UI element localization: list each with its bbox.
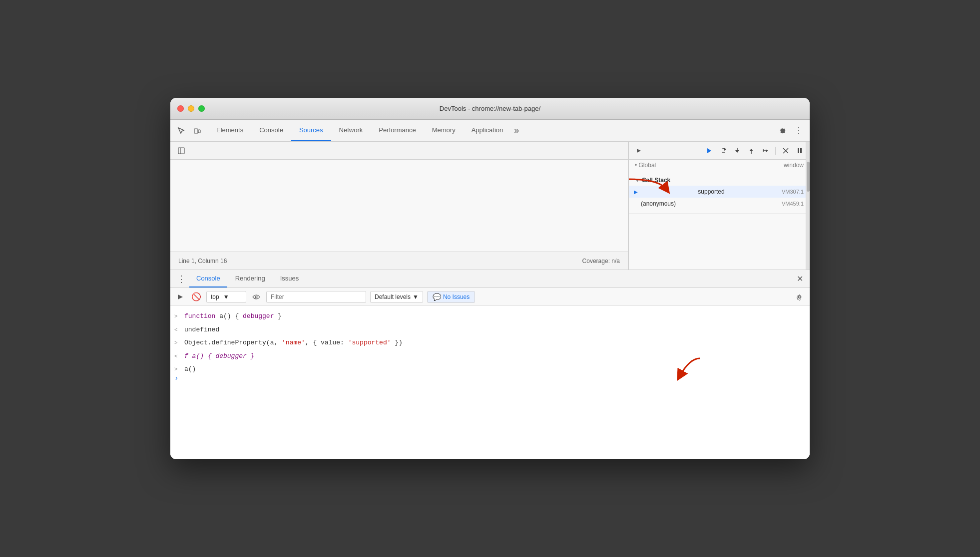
sidebar-toggle-button[interactable] xyxy=(174,144,188,158)
svg-marker-13 xyxy=(766,149,768,152)
console-row-0-arrow[interactable]: > xyxy=(174,312,178,321)
tab-memory[interactable]: Memory xyxy=(424,120,464,141)
step-out-button[interactable] xyxy=(745,145,757,157)
svg-marker-6 xyxy=(724,148,726,151)
console-prompt-icon: › xyxy=(174,374,178,382)
scrollbar[interactable] xyxy=(806,142,810,270)
console-tab-issues[interactable]: Issues xyxy=(273,270,306,287)
status-bar: Line 1, Column 16 Coverage: n/a xyxy=(170,252,628,270)
window-title: DevTools - chrome://new-tab-page/ xyxy=(440,105,540,112)
settings-button[interactable] xyxy=(776,124,790,138)
console-content: > function a() { debugger } < undefined … xyxy=(170,306,810,459)
code-text-2: } xyxy=(274,311,282,321)
svg-rect-18 xyxy=(800,148,802,153)
callstack-panel: ▼ Call Stack supported VM307:1 (anonymou… xyxy=(629,171,810,214)
svg-marker-11 xyxy=(749,149,753,151)
code-keyword-function: function xyxy=(184,311,215,321)
scope-truncated: • Global window xyxy=(629,160,810,171)
inspect-element-button[interactable] xyxy=(174,124,188,138)
svg-rect-2 xyxy=(178,148,184,154)
coverage-status: Coverage: n/a xyxy=(582,258,620,265)
levels-button[interactable]: Default levels ▼ xyxy=(370,291,423,303)
code-obj-define: Object.defineProperty(a, xyxy=(184,338,282,348)
callstack-header: ▼ Call Stack xyxy=(629,175,810,186)
console-tab-console[interactable]: Console xyxy=(189,270,227,287)
tab-network[interactable]: Network xyxy=(331,120,371,141)
code-a-call: a() xyxy=(184,364,196,374)
more-tabs-button[interactable]: » xyxy=(511,125,522,136)
eye-button[interactable] xyxy=(250,291,262,303)
code-name-string: 'name' xyxy=(282,338,305,348)
clear-console-button[interactable] xyxy=(174,291,186,303)
filter-input[interactable] xyxy=(266,291,366,303)
console-row-4-arrow[interactable]: > xyxy=(174,365,178,374)
sources-toolbar xyxy=(170,142,628,160)
callstack-item-0[interactable]: supported VM307:1 xyxy=(629,186,810,198)
no-issues-button[interactable]: 💬 No Issues xyxy=(427,291,475,303)
console-settings-button[interactable] xyxy=(794,291,806,303)
levels-dropdown-icon: ▼ xyxy=(413,293,419,300)
close-traffic-light[interactable] xyxy=(177,105,184,112)
top-toolbar: Elements Console Sources Network Perform… xyxy=(170,120,810,142)
tab-sources[interactable]: Sources xyxy=(291,120,331,141)
svg-point-21 xyxy=(255,296,257,298)
callstack-title: Call Stack xyxy=(642,177,670,184)
close-console-button[interactable]: ✕ xyxy=(794,273,806,285)
console-row-2-arrow[interactable]: > xyxy=(174,339,178,347)
context-dropdown-icon: ▼ xyxy=(223,293,229,300)
console-tab-rendering[interactable]: Rendering xyxy=(228,270,272,287)
svg-rect-0 xyxy=(194,129,198,133)
devtools-container: Elements Console Sources Network Perform… xyxy=(170,120,810,459)
svg-marker-5 xyxy=(707,148,711,153)
callstack-item-loc-1: VM459:1 xyxy=(782,201,804,207)
cursor-position: Line 1, Column 16 xyxy=(178,258,227,265)
code-text-1: a() { xyxy=(215,311,243,321)
callstack-item-name-0: supported xyxy=(698,188,724,195)
toolbar-right: ⋮ xyxy=(776,124,806,138)
context-select[interactable]: top ▼ xyxy=(206,291,246,303)
code-undefined: undefined xyxy=(184,325,219,335)
resume-button[interactable] xyxy=(703,145,715,157)
pause-on-exceptions-button[interactable] xyxy=(794,145,806,157)
callstack-item-loc-0: VM307:1 xyxy=(782,189,804,195)
step-into-button[interactable] xyxy=(731,145,743,157)
code-obj-define-2: , { value: xyxy=(305,338,348,348)
svg-marker-4 xyxy=(637,149,641,153)
device-toolbar-button[interactable] xyxy=(190,124,204,138)
expand-panel-button[interactable] xyxy=(633,145,645,157)
svg-rect-17 xyxy=(798,148,799,153)
sources-panel: Line 1, Column 16 Coverage: n/a xyxy=(170,142,628,270)
code-obj-define-3: }) xyxy=(391,338,403,348)
code-keyword-debugger: debugger xyxy=(243,311,274,321)
scrollbar-thumb xyxy=(807,162,810,192)
callstack-item-name-1: (anonymous) xyxy=(641,200,676,207)
console-row-1: < undefined xyxy=(170,323,810,337)
console-row-3-arrow[interactable]: < xyxy=(174,352,178,361)
deactivate-breakpoints-button[interactable] xyxy=(780,145,792,157)
svg-marker-9 xyxy=(735,150,739,153)
maximize-traffic-light[interactable] xyxy=(198,105,205,112)
block-network-button[interactable]: 🚫 xyxy=(190,291,202,303)
no-issues-icon: 💬 xyxy=(433,293,441,301)
step-over-button[interactable] xyxy=(717,145,729,157)
callstack-item-1[interactable]: (anonymous) VM459:1 xyxy=(629,198,810,210)
console-row-2: > Object.defineProperty(a, 'name' , { va… xyxy=(170,336,810,350)
sources-content xyxy=(170,160,628,252)
step-button[interactable] xyxy=(759,145,771,157)
minimize-traffic-light[interactable] xyxy=(188,105,194,112)
console-row-1-arrow[interactable]: < xyxy=(174,326,178,334)
more-options-button[interactable]: ⋮ xyxy=(792,124,806,138)
toolbar-icons xyxy=(174,124,204,138)
debugger-panel: • Global window ▼ Call Stack supported V… xyxy=(628,142,810,270)
svg-rect-1 xyxy=(198,130,200,133)
tab-elements[interactable]: Elements xyxy=(208,120,251,141)
console-row-0: > function a() { debugger } xyxy=(170,310,810,323)
tab-application[interactable]: Application xyxy=(464,120,511,141)
devtools-window: DevTools - chrome://new-tab-page/ xyxy=(170,98,810,459)
traffic-lights xyxy=(177,105,205,112)
no-issues-label: No Issues xyxy=(443,293,470,300)
debugger-toolbar xyxy=(629,142,810,160)
tab-console[interactable]: Console xyxy=(251,120,291,141)
console-more-options-button[interactable]: ⋮ xyxy=(174,272,188,286)
tab-performance[interactable]: Performance xyxy=(371,120,424,141)
